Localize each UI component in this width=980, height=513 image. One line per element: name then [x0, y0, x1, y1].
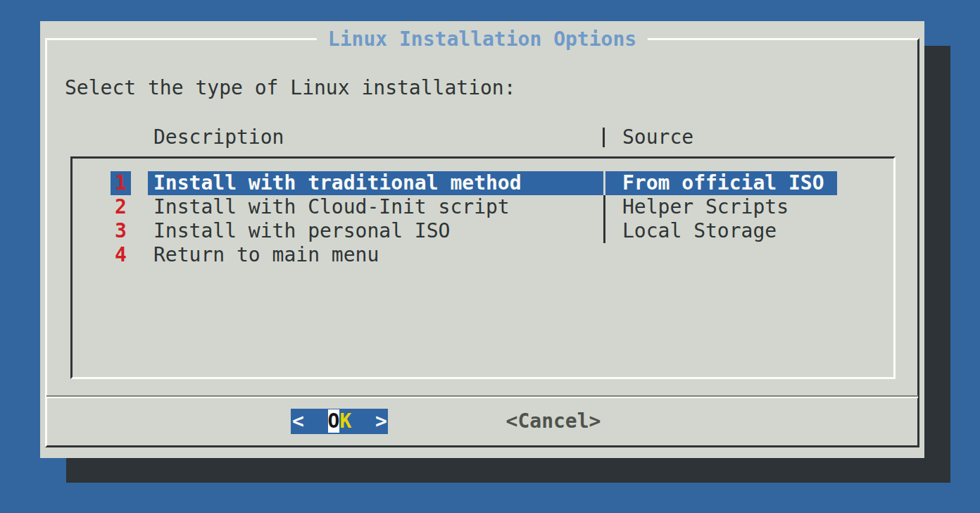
cancel-button[interactable]: <Cancel> — [505, 409, 602, 434]
menu-item-highlight-bar: Install with traditional method From off… — [148, 171, 837, 195]
menu-item-description: Return to main menu — [153, 243, 379, 267]
dialog-prompt: Select the type of Linux installation: — [65, 76, 516, 100]
column-separator — [603, 219, 605, 243]
dialog-title: Linux Installation Options — [317, 27, 648, 52]
menu-item-cloud-init[interactable]: 2 Install with Cloud-Init script Helper … — [73, 195, 893, 219]
ok-button-cursor-char: O — [328, 409, 340, 433]
menu-item-tag: 1 — [111, 171, 131, 195]
menu-item-description: Install with Cloud-Init script — [153, 195, 510, 219]
menu-item-return-main-menu[interactable]: 4 Return to main menu — [73, 243, 893, 267]
menu-item-tag: 4 — [111, 243, 131, 267]
menu-item-traditional[interactable]: 1 Install with traditional method From o… — [73, 171, 893, 195]
menu-rows: 1 Install with traditional method From o… — [73, 171, 893, 267]
menu-item-source: From official ISO — [622, 171, 824, 195]
installation-options-dialog: Linux Installation Options Select the ty… — [40, 21, 924, 458]
ok-button[interactable]: < OK > — [291, 409, 388, 434]
buttons-divider-line — [46, 395, 918, 398]
menu-item-bar: Install with personal ISO Local Storage — [148, 219, 837, 243]
column-header-description: Description — [153, 125, 284, 149]
button-row: < OK > <Cancel> — [40, 409, 924, 434]
menu-listbox: 1 Install with traditional method From o… — [70, 156, 896, 379]
ok-button-hotkey-char: K — [339, 409, 351, 433]
menu-item-personal-iso[interactable]: 3 Install with personal ISO Local Storag… — [73, 219, 893, 243]
ok-button-suffix: > — [351, 409, 387, 433]
menu-item-bar: Install with Cloud-Init script Helper Sc… — [148, 195, 837, 219]
menu-item-tag: 2 — [111, 195, 131, 219]
column-header-source: Source — [622, 125, 693, 149]
column-header-row: Description Source — [40, 125, 924, 149]
menu-item-tag: 3 — [111, 219, 131, 243]
menu-item-description: Install with personal ISO — [153, 219, 450, 243]
ok-button-prefix: < — [292, 409, 328, 433]
terminal-screen: Linux Installation Options Select the ty… — [0, 0, 980, 513]
column-separator — [603, 171, 605, 195]
menu-item-bar: Return to main menu — [148, 243, 837, 267]
column-separator — [603, 195, 605, 219]
menu-item-source: Helper Scripts — [622, 195, 789, 219]
column-separator — [603, 128, 605, 147]
menu-item-description: Install with traditional method — [153, 171, 522, 195]
menu-item-source: Local Storage — [622, 219, 777, 243]
